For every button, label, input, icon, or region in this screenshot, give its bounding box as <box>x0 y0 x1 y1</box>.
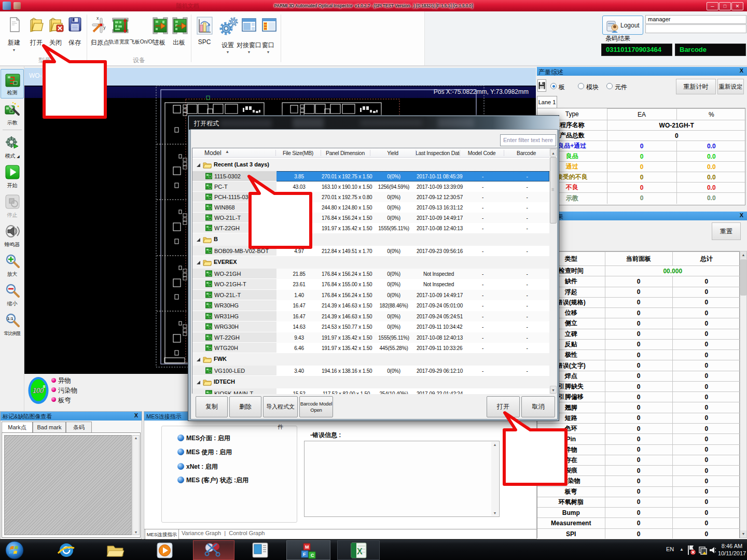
svg-text:s: s <box>43 384 45 389</box>
svg-text:F: F <box>303 552 306 557</box>
svg-text:100: 100 <box>32 386 44 395</box>
svg-text:C: C <box>311 553 314 558</box>
svg-text:y: y <box>103 25 106 30</box>
svg-text:x: x <box>96 16 99 21</box>
svg-text:X: X <box>357 547 363 556</box>
svg-text:1:1: 1:1 <box>7 316 13 321</box>
svg-text:M: M <box>305 544 309 550</box>
